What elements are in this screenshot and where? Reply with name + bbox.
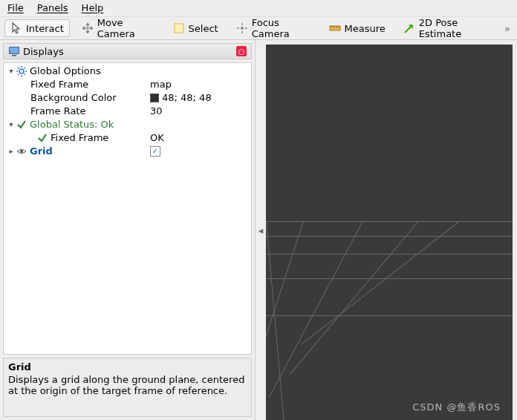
select-icon <box>173 22 185 34</box>
tree-item-background-color[interactable]: Background Color 48; 48; 48 <box>4 91 251 105</box>
monitor-icon <box>8 45 20 57</box>
grid-label: Grid <box>30 145 150 158</box>
displays-panel: Displays ○ ▾ Global Options Fixed Frame … <box>0 40 256 420</box>
toolbar: Interact Move Camera Select Focus Camera… <box>0 16 517 40</box>
pose-2d-button[interactable]: 2D Pose Estimate <box>397 14 498 42</box>
collapse-icon[interactable]: ▾ <box>7 118 16 131</box>
focus-icon <box>236 22 248 34</box>
fixed-frame-label: Fixed Frame <box>30 78 150 91</box>
background-label: Background Color <box>30 91 150 105</box>
ruler-icon <box>329 22 341 34</box>
global-status-label: Global Status: Ok <box>30 118 150 131</box>
interact-button[interactable]: Interact <box>4 19 70 37</box>
close-icon[interactable]: ○ <box>236 46 247 56</box>
frame-rate-value[interactable]: 30 <box>150 105 251 118</box>
collapse-icon[interactable]: ▾ <box>7 65 16 78</box>
tree-item-fixed-frame[interactable]: Fixed Frame map <box>4 78 251 91</box>
menu-help[interactable]: Help <box>82 2 104 14</box>
svg-rect-0 <box>175 24 183 33</box>
viewport-canvas[interactable] <box>266 45 513 420</box>
menu-panels[interactable]: Panels <box>37 2 68 14</box>
check-icon <box>16 119 27 131</box>
measure-button[interactable]: Measure <box>323 19 391 37</box>
grid-eye-icon <box>16 145 27 157</box>
focus-camera-label: Focus Camera <box>252 17 311 39</box>
tree-item-grid[interactable]: ▸ Grid ✓ <box>4 145 251 158</box>
cursor-icon <box>10 22 22 34</box>
status-fixed-frame-value: OK <box>150 131 251 145</box>
svg-point-1 <box>241 27 244 30</box>
select-button[interactable]: Select <box>167 19 224 37</box>
toolbar-overflow[interactable]: » <box>504 23 510 34</box>
status-fixed-frame-label: Fixed Frame <box>51 131 150 145</box>
select-label: Select <box>189 23 218 34</box>
tree-item-global-status[interactable]: ▾ Global Status: Ok <box>4 118 251 131</box>
pose-2d-label: 2D Pose Estimate <box>419 17 492 39</box>
check-icon <box>36 132 48 144</box>
svg-rect-4 <box>10 47 19 53</box>
displays-panel-header[interactable]: Displays ○ <box>3 43 252 59</box>
gear-icon <box>16 65 27 77</box>
svg-point-7 <box>20 150 23 153</box>
panel-splitter[interactable]: ◂ <box>256 40 266 420</box>
grid-checkbox[interactable]: ✓ <box>150 146 160 157</box>
help-box: Grid Displays a grid along the ground pl… <box>3 358 252 417</box>
tree-item-frame-rate[interactable]: Frame Rate 30 <box>4 105 251 118</box>
menu-file[interactable]: File <box>7 2 24 14</box>
move-camera-button[interactable]: Move Camera <box>76 14 161 42</box>
displays-title: Displays <box>23 46 64 57</box>
arrow-icon <box>403 22 415 34</box>
svg-rect-5 <box>12 55 16 56</box>
displays-tree[interactable]: ▾ Global Options Fixed Frame map Backgro… <box>3 62 252 355</box>
measure-label: Measure <box>345 23 386 34</box>
global-options-label: Global Options <box>30 65 150 78</box>
help-body: Displays a grid along the ground plane, … <box>8 374 247 396</box>
tree-item-global-options[interactable]: ▾ Global Options <box>4 65 251 78</box>
frame-rate-label: Frame Rate <box>30 105 150 118</box>
help-title: Grid <box>8 361 247 373</box>
focus-camera-button[interactable]: Focus Camera <box>230 14 317 42</box>
expand-icon[interactable]: ▸ <box>7 145 16 158</box>
background-value[interactable]: 48; 48; 48 <box>150 91 251 105</box>
tree-item-status-fixed-frame[interactable]: Fixed Frame OK <box>4 131 251 145</box>
grid-value[interactable]: ✓ <box>150 146 251 157</box>
interact-label: Interact <box>26 23 64 34</box>
render-viewport[interactable]: CSDN @鱼香ROS <box>266 45 513 420</box>
move-icon <box>82 22 94 34</box>
move-camera-label: Move Camera <box>97 17 155 39</box>
fixed-frame-value[interactable]: map <box>150 78 251 91</box>
color-swatch[interactable] <box>150 93 159 102</box>
svg-point-6 <box>19 69 24 73</box>
